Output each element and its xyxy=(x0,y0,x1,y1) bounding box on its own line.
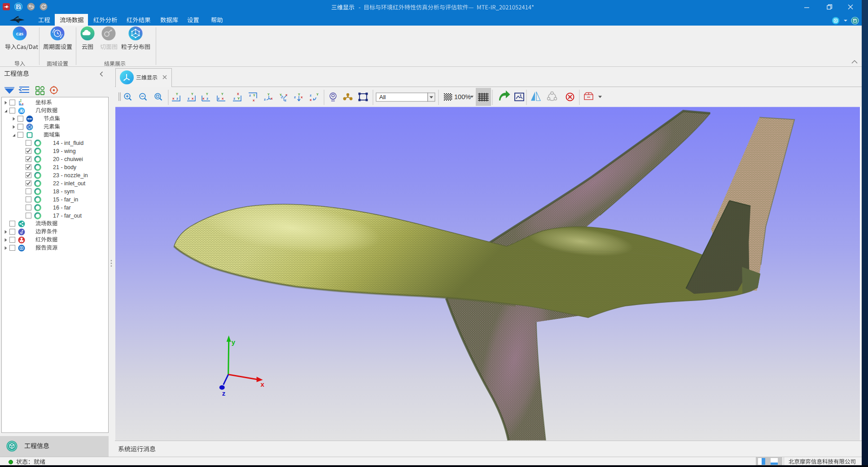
svg-text:x: x xyxy=(202,96,205,100)
svg-text:z: z xyxy=(218,96,219,100)
svg-text:Y: Y xyxy=(221,92,224,96)
svg-text:x: x xyxy=(222,96,224,100)
svg-text:x: x xyxy=(261,380,265,388)
svg-text:z: z xyxy=(233,96,235,100)
svg-text:Y: Y xyxy=(176,92,178,96)
svg-text:z: z xyxy=(294,95,296,99)
svg-text:z: z xyxy=(176,96,178,100)
svg-text:z: z xyxy=(285,98,286,102)
svg-text:z: z xyxy=(20,102,21,105)
svg-text:x: x xyxy=(271,96,273,100)
svg-text:Y: Y xyxy=(206,92,208,96)
svg-text:z: z xyxy=(310,93,311,97)
svg-text:z: z xyxy=(249,93,251,97)
svg-text:z: z xyxy=(188,96,189,100)
svg-text:All: All xyxy=(379,94,386,100)
svg-text:Y: Y xyxy=(298,93,300,96)
svg-text:z: z xyxy=(206,96,208,100)
svg-text:Y: Y xyxy=(267,93,270,96)
svg-text:Y: Y xyxy=(20,99,22,101)
svg-text:x: x xyxy=(310,98,312,102)
svg-text:Y: Y xyxy=(253,94,255,97)
svg-text:x: x xyxy=(22,102,24,105)
svg-text:Y: Y xyxy=(316,93,319,96)
svg-text:Y: Y xyxy=(237,96,240,100)
svg-text:z: z xyxy=(222,389,225,397)
svg-text:x: x xyxy=(192,96,194,100)
svg-text:X: X xyxy=(237,92,239,96)
svg-text:cas: cas xyxy=(16,31,23,37)
svg-text:100%: 100% xyxy=(454,93,471,100)
svg-text:Y: Y xyxy=(191,92,193,96)
svg-text:x: x xyxy=(253,98,255,102)
svg-text:y: y xyxy=(232,338,236,346)
svg-text:z: z xyxy=(264,97,266,101)
svg-text:x: x xyxy=(172,96,175,100)
svg-text:x: x xyxy=(301,95,303,99)
